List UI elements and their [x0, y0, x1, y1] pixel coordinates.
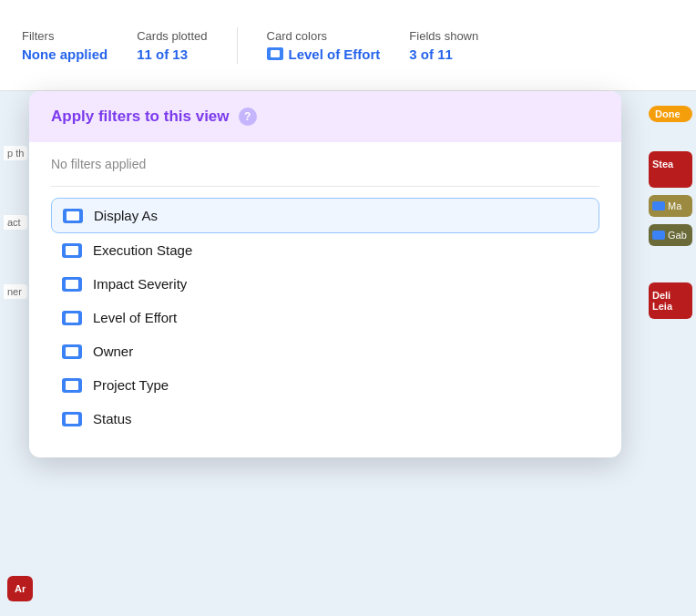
- filter-item-display-as[interactable]: Display As: [51, 198, 599, 233]
- right-side-cards: Done Stea Ma Gab Deli Leia: [645, 98, 696, 326]
- color-swatch-icon: [267, 47, 283, 60]
- card-colors-value-text: Level of Effort: [289, 46, 381, 62]
- bottom-left-card: Ar: [7, 576, 33, 601]
- gab-card: Gab: [649, 224, 692, 246]
- ma-card-icon: [652, 201, 665, 210]
- display-as-label: Display As: [94, 208, 158, 223]
- filters-value: None applied: [22, 46, 107, 62]
- execution-stage-icon: [62, 243, 82, 258]
- ma-card: Ma: [649, 195, 692, 217]
- edge-label-act: act: [4, 215, 27, 230]
- impact-severity-icon: [62, 277, 82, 292]
- dropdown-divider: [51, 186, 599, 187]
- card-colors-group: Card colors Level of Effort: [267, 29, 381, 62]
- cards-plotted-value: 11 of 13: [137, 46, 207, 62]
- dropdown-body: No filters applied Display As Execution …: [29, 142, 621, 457]
- fields-shown-group: Fields shown 3 of 11: [409, 29, 478, 62]
- dropdown-title: Apply filters to this view: [51, 108, 230, 126]
- gab-card-icon: [652, 231, 665, 240]
- filter-item-execution-stage[interactable]: Execution Stage: [51, 233, 599, 267]
- cards-plotted-label: Cards plotted: [137, 29, 207, 43]
- filter-dropdown: Apply filters to this view ? No filters …: [29, 91, 621, 457]
- filters-label: Filters: [22, 29, 107, 43]
- cards-plotted-group: Cards plotted 11 of 13: [137, 29, 207, 62]
- color-swatch-inner: [271, 50, 280, 57]
- edge-label-p: p th: [4, 146, 27, 160]
- owner-label: Owner: [93, 344, 133, 359]
- filter-item-level-of-effort[interactable]: Level of Effort: [51, 301, 599, 334]
- project-type-icon: [62, 378, 82, 393]
- impact-severity-label: Impact Severity: [93, 276, 187, 292]
- left-edge-labels: p th act ner: [0, 146, 31, 299]
- filter-item-status[interactable]: Status: [51, 402, 599, 436]
- filter-item-impact-severity[interactable]: Impact Severity: [51, 267, 599, 301]
- display-as-icon: [63, 209, 83, 223]
- fields-shown-value: 3 of 11: [409, 46, 478, 62]
- toolbar-divider: [237, 27, 238, 64]
- filter-item-owner[interactable]: Owner: [51, 334, 599, 368]
- card-colors-value-row: Level of Effort: [267, 46, 381, 62]
- stea-card: Stea: [649, 151, 692, 188]
- filters-group: Filters None applied: [22, 29, 107, 62]
- owner-icon: [62, 344, 82, 359]
- level-of-effort-label: Level of Effort: [93, 310, 177, 325]
- project-type-label: Project Type: [93, 377, 169, 393]
- done-badge: Done: [649, 106, 692, 122]
- execution-stage-label: Execution Stage: [93, 242, 192, 258]
- filter-item-project-type[interactable]: Project Type: [51, 368, 599, 402]
- deli-card: Deli Leia: [649, 282, 692, 319]
- edge-label-ner: ner: [4, 284, 27, 299]
- level-of-effort-icon: [62, 311, 82, 325]
- status-icon: [62, 412, 82, 426]
- help-icon[interactable]: ?: [239, 108, 257, 126]
- card-colors-label: Card colors: [267, 29, 381, 43]
- fields-shown-label: Fields shown: [409, 29, 478, 43]
- status-label: Status: [93, 411, 132, 426]
- no-filters-text: No filters applied: [51, 157, 599, 171]
- dropdown-header: Apply filters to this view ?: [29, 91, 621, 142]
- toolbar: Filters None applied Cards plotted 11 of…: [0, 0, 696, 91]
